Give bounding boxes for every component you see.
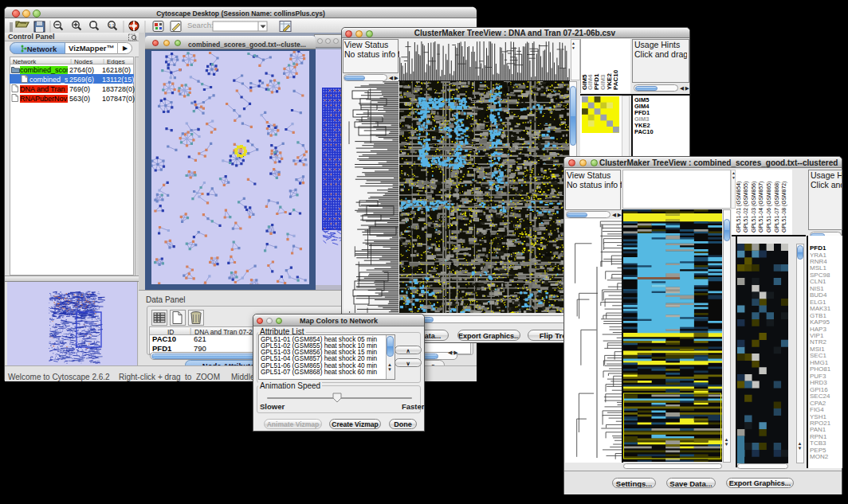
svg-text:GPL51-03 (GSM856): GPL51-03 (GSM856) <box>751 182 757 232</box>
svg-text:GPL51-06 (GSM865): GPL51-06 (GSM865) <box>766 182 772 232</box>
svg-text:GPL51-07 (GSM868): GPL51-07 (GSM868) <box>774 182 780 232</box>
svg-text:GPL51-08 (GSM872): GPL51-08 (GSM872) <box>781 182 787 232</box>
svg-text:1:1: 1:1 <box>109 23 115 28</box>
svg-text:PAC10: PAC10 <box>612 69 619 90</box>
svg-text:GPL51-04 (GSM857): GPL51-04 (GSM857) <box>758 182 764 232</box>
svg-text:MON2: MON2 <box>810 453 829 460</box>
svg-text:Search:: Search: <box>187 21 214 29</box>
svg-text:GPL51-02 (GSM855): GPL51-02 (GSM855) <box>743 182 749 232</box>
svg-text:GPL51-01 (GSM854): GPL51-01 (GSM854) <box>736 182 742 232</box>
